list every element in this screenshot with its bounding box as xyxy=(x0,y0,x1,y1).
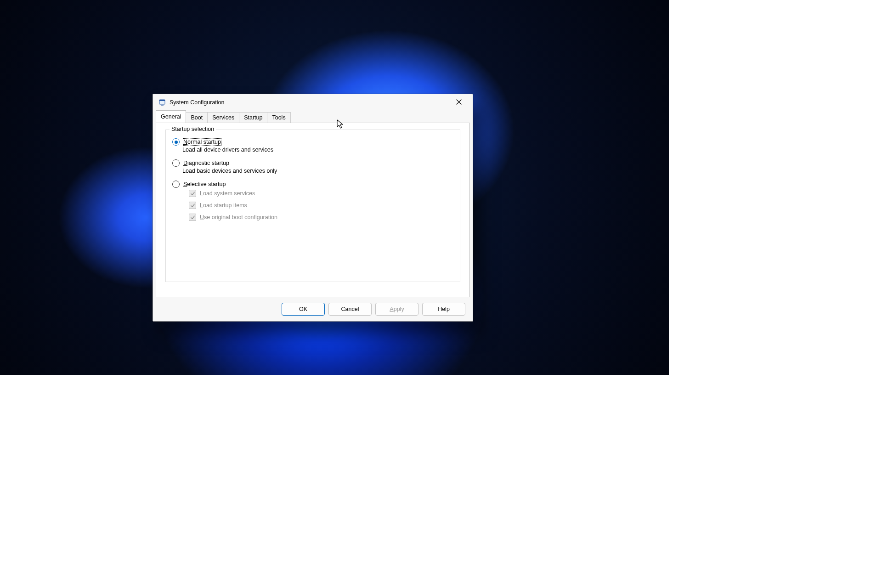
radio-normal-desc: Load all device drivers and services xyxy=(182,147,453,153)
desktop-background: System Configuration General Boot Servic… xyxy=(0,0,669,375)
tab-boot[interactable]: Boot xyxy=(186,112,208,123)
cursor-icon xyxy=(337,119,345,131)
msconfig-icon xyxy=(158,99,166,106)
radio-icon xyxy=(172,138,180,146)
radio-icon xyxy=(172,181,180,188)
tab-services-label: Services xyxy=(212,114,234,121)
dialog-button-bar: OK Cancel Apply Help xyxy=(282,303,465,316)
radio-icon xyxy=(172,159,180,167)
ok-button[interactable]: OK xyxy=(282,303,325,316)
tab-strip: General Boot Services Startup Tools xyxy=(153,111,473,123)
checkbox-use-original-label: Use original boot configuration xyxy=(200,214,277,220)
system-configuration-window: System Configuration General Boot Servic… xyxy=(153,94,473,322)
help-button[interactable]: Help xyxy=(422,303,465,316)
checkbox-load-system-services: Load system services xyxy=(189,190,453,197)
radio-diagnostic-startup[interactable]: Diagnostic startup xyxy=(172,159,453,167)
help-button-label: Help xyxy=(438,306,450,312)
tab-boot-label: Boot xyxy=(191,114,203,121)
ok-button-label: OK xyxy=(299,306,307,312)
checkbox-icon xyxy=(189,190,196,197)
checkbox-use-original-boot: Use original boot configuration xyxy=(189,214,453,221)
apply-button: Apply xyxy=(375,303,418,316)
window-title: System Configuration xyxy=(170,99,225,106)
cancel-button-label: Cancel xyxy=(341,306,359,312)
apply-button-label: Apply xyxy=(390,306,404,312)
checkbox-load-startup-items: Load startup items xyxy=(189,202,453,209)
tab-tools-label: Tools xyxy=(272,114,285,121)
group-legend: Startup selection xyxy=(170,126,216,132)
svg-rect-1 xyxy=(159,100,165,101)
tab-general-label: General xyxy=(161,113,181,120)
tab-services[interactable]: Services xyxy=(207,112,239,123)
radio-diagnostic-label: Diagnostic startup xyxy=(183,160,229,166)
cancel-button[interactable]: Cancel xyxy=(328,303,372,316)
tab-tools[interactable]: Tools xyxy=(267,112,290,123)
tab-startup-label: Startup xyxy=(244,114,262,121)
svg-rect-2 xyxy=(161,105,164,106)
checkbox-load-system-label: Load system services xyxy=(200,190,255,197)
radio-diagnostic-desc: Load basic devices and services only xyxy=(182,168,453,174)
selective-suboptions: Load system services Load startup items xyxy=(189,190,453,221)
close-icon xyxy=(456,99,462,106)
startup-selection-group: Startup selection Normal startup Load al… xyxy=(165,130,460,282)
tab-startup[interactable]: Startup xyxy=(239,112,267,123)
title-bar[interactable]: System Configuration xyxy=(153,94,473,111)
tab-page-general: Startup selection Normal startup Load al… xyxy=(156,123,470,297)
radio-selective-startup[interactable]: Selective startup xyxy=(172,181,453,188)
checkbox-icon xyxy=(189,214,196,221)
checkbox-load-startup-label: Load startup items xyxy=(200,202,247,209)
radio-normal-startup[interactable]: Normal startup xyxy=(172,138,453,146)
radio-selective-label: Selective startup xyxy=(183,181,226,187)
checkbox-icon xyxy=(189,202,196,209)
close-button[interactable] xyxy=(449,96,469,109)
radio-normal-label: Normal startup xyxy=(183,139,221,145)
tab-general[interactable]: General xyxy=(156,110,186,123)
